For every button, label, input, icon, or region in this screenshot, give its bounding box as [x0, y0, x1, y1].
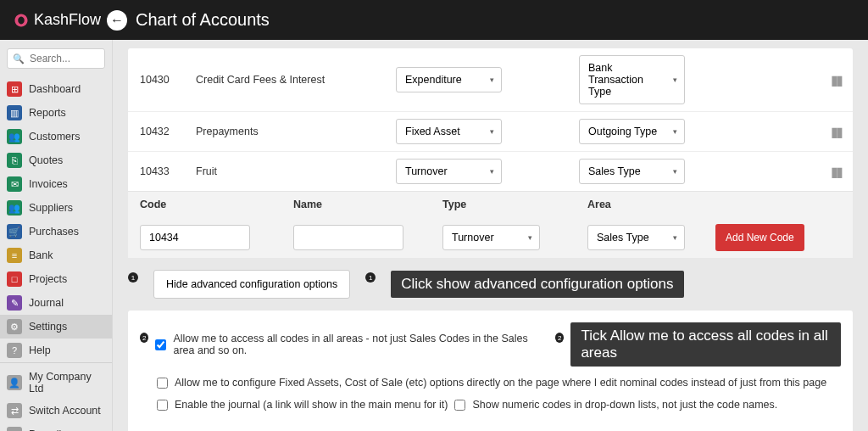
sidebar-item-dashboard[interactable]: ⊞Dashboard: [0, 77, 112, 101]
page-title: Chart of Accounts: [136, 10, 270, 30]
checkbox-show-numeric-codes[interactable]: [454, 400, 465, 411]
sidebar: 🔍 ⊞Dashboard▥Reports👥Customers⎘Quotes✉In…: [0, 40, 113, 431]
row-name: Prepayments: [196, 126, 391, 137]
annotation-num-2b: 2: [555, 333, 564, 343]
row-code: 10430: [140, 74, 191, 86]
col-area: Area: [587, 199, 710, 210]
sidebar-item-journal[interactable]: ✎Journal: [0, 291, 112, 315]
codes-table: 10430 Credit Card Fees & Interest Expend…: [128, 48, 853, 258]
sidebar-label: Purchases: [29, 226, 79, 238]
invoices-icon: ✉: [7, 176, 22, 192]
reports-icon: ▥: [7, 105, 22, 120]
row-name: Fruit: [196, 165, 391, 177]
sidebar-item-bank[interactable]: ≡Bank: [0, 243, 112, 267]
switch account-icon: ⇄: [7, 403, 22, 418]
payroll-icon: $: [7, 427, 22, 431]
checkbox-configure-fixed-assets[interactable]: [157, 378, 168, 389]
row-name: Credit Card Fees & Interest: [196, 74, 391, 86]
sidebar-item-my-company-ltd[interactable]: 👤My Company Ltd: [0, 367, 112, 399]
sidebar-item-invoices[interactable]: ✉Invoices: [0, 172, 112, 196]
annotation-num-2a: 2: [140, 333, 148, 343]
col-name: Name: [293, 199, 437, 210]
my company ltd-icon: 👤: [7, 375, 22, 390]
row-reorder-icon[interactable]: ▮▮: [762, 164, 841, 180]
settings-icon: ⚙: [7, 319, 22, 334]
sidebar-label: Reports: [29, 107, 66, 119]
row-code: 10433: [140, 165, 191, 177]
advanced-options-card: 2 Allow me to access all codes in all ar…: [128, 311, 853, 431]
sidebar-label: Suppliers: [29, 202, 73, 214]
quotes-icon: ⎘: [7, 153, 22, 168]
search-box[interactable]: 🔍: [7, 48, 105, 69]
table-row: 10432 Prepayments Fixed Asset Outgoing T…: [128, 111, 853, 151]
journal-icon: ✎: [7, 295, 22, 311]
purchases-icon: 🛒: [7, 224, 22, 239]
sidebar-label: Projects: [29, 273, 67, 285]
annotation-num-1a: 1: [128, 272, 138, 283]
sidebar-item-purchases[interactable]: 🛒Purchases: [0, 220, 112, 243]
search-icon: 🔍: [13, 53, 25, 64]
checkbox-configure-fixed-assets-label: Allow me to configure Fixed Assets, Cost…: [175, 377, 826, 389]
new-name-input[interactable]: [293, 225, 403, 250]
sidebar-label: Journal: [29, 297, 64, 309]
projects-icon: □: [7, 271, 22, 287]
sidebar-label: Bank: [29, 249, 53, 261]
sidebar-item-help[interactable]: ?Help: [0, 339, 112, 362]
hide-advanced-options-button[interactable]: Hide advanced configuration options: [153, 270, 350, 299]
row-type-select[interactable]: Fixed Asset: [396, 119, 502, 144]
row-type-select[interactable]: Turnover: [396, 159, 502, 184]
checkbox-all-codes-all-areas[interactable]: [155, 339, 166, 350]
checkbox-enable-journal[interactable]: [157, 400, 168, 411]
customers-icon: 👥: [7, 129, 22, 144]
main-content: 10430 Credit Card Fees & Interest Expend…: [113, 40, 868, 431]
kashflow-logo-icon: [14, 13, 29, 28]
row-type-select[interactable]: Expenditure: [396, 67, 502, 92]
sidebar-item-settings[interactable]: ⚙Settings: [0, 315, 112, 339]
sidebar-item-customers[interactable]: 👥Customers: [0, 125, 112, 148]
sidebar-label: Switch Account: [29, 405, 101, 417]
sidebar-label: Quotes: [29, 154, 63, 166]
back-button[interactable]: ←: [107, 10, 127, 31]
checkbox-all-codes-label: Allow me to access all codes in all area…: [173, 333, 548, 356]
add-new-code-button[interactable]: Add New Code: [715, 224, 804, 251]
new-code-header: Code Name Type Area: [128, 191, 853, 217]
sidebar-item-projects[interactable]: □Projects: [0, 267, 112, 291]
sidebar-item-suppliers[interactable]: 👥Suppliers: [0, 196, 112, 220]
row-area-select[interactable]: Outgoing Type: [579, 119, 685, 144]
row-code: 10432: [140, 126, 191, 137]
checkbox-enable-journal-label: Enable the journal (a link will show in …: [175, 399, 448, 411]
sidebar-label: My Company Ltd: [29, 371, 105, 395]
sidebar-label: Customers: [29, 131, 80, 143]
col-type: Type: [442, 199, 582, 210]
table-row: 10433 Fruit Turnover Sales Type ▮▮: [128, 151, 853, 191]
new-type-select[interactable]: Turnover: [442, 225, 540, 250]
dashboard-icon: ⊞: [7, 81, 22, 97]
sidebar-item-quotes[interactable]: ⎘Quotes: [0, 148, 112, 172]
new-area-select[interactable]: Sales Type: [587, 225, 685, 250]
sidebar-label: Settings: [29, 321, 67, 333]
bank-icon: ≡: [7, 248, 22, 263]
sidebar-label: Help: [29, 344, 51, 356]
help-icon: ?: [7, 343, 22, 358]
brand: KashFlow: [14, 11, 107, 29]
annotation-1: Click show advanced configuration option…: [391, 271, 683, 298]
sidebar-item-reports[interactable]: ▥Reports: [0, 101, 112, 125]
row-reorder-icon[interactable]: ▮▮: [762, 72, 841, 88]
checkbox-show-numeric-codes-label: Show numeric codes in drop-down lists, n…: [472, 399, 777, 411]
sidebar-label: Invoices: [29, 178, 68, 190]
suppliers-icon: 👥: [7, 200, 22, 216]
col-code: Code: [140, 199, 288, 210]
search-input[interactable]: [30, 53, 99, 64]
row-area-select[interactable]: Bank Transaction Type: [579, 55, 685, 104]
sidebar-label: Dashboard: [29, 83, 81, 95]
row-reorder-icon[interactable]: ▮▮: [762, 124, 841, 140]
new-code-input[interactable]: [140, 225, 250, 250]
new-code-row: Turnover Sales Type Add New Code: [128, 217, 853, 258]
table-row: 10430 Credit Card Fees & Interest Expend…: [128, 48, 853, 111]
sidebar-item-switch-account[interactable]: ⇄Switch Account: [0, 399, 112, 423]
brand-label: KashFlow: [34, 11, 101, 29]
annotation-2: Tick Allow me to access all codes in all…: [570, 322, 841, 367]
sidebar-item-payroll[interactable]: $Payroll: [0, 423, 112, 431]
row-area-select[interactable]: Sales Type: [579, 159, 685, 184]
annotation-num-1b: 1: [365, 272, 376, 283]
